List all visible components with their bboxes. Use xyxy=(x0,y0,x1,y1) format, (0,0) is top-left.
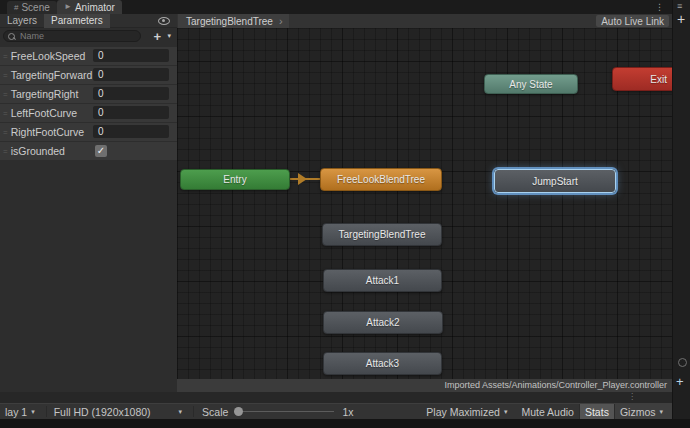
game-view-edge xyxy=(0,419,690,428)
eye-icon[interactable] xyxy=(158,17,170,25)
parameter-name: TargetingRight xyxy=(11,88,79,100)
add-icon[interactable]: + xyxy=(676,374,684,389)
drag-handle-icon[interactable]: = xyxy=(3,90,7,99)
animator-panel-header: Layers Parameters xyxy=(0,14,177,28)
node-entry[interactable]: Entry xyxy=(180,169,290,190)
menu-icon[interactable]: ≡ xyxy=(677,1,682,11)
search-icon xyxy=(8,33,15,40)
add-parameter-button[interactable]: + xyxy=(153,29,161,44)
drag-handle-icon[interactable]: = xyxy=(3,128,7,137)
node-attack3[interactable]: Attack3 xyxy=(323,352,442,375)
parameter-name: RightFootCurve xyxy=(11,126,85,138)
mute-audio-button[interactable]: Mute Audio xyxy=(516,404,579,420)
tab-parameters[interactable]: Parameters xyxy=(44,14,110,28)
parameter-value-field[interactable]: 0 xyxy=(93,49,169,62)
node-jumpstart[interactable]: JumpStart xyxy=(494,169,616,193)
node-attack1[interactable]: Attack1 xyxy=(323,269,442,292)
toolbar-divider xyxy=(193,406,194,417)
state-machine-graph[interactable]: Any State Exit Entry FreeLookBlendTree J… xyxy=(177,28,672,392)
drag-handle-icon[interactable]: = xyxy=(3,71,7,80)
parameter-row[interactable]: = FreeLookSpeed 0 xyxy=(0,47,177,65)
node-freelookblendtree[interactable]: FreeLookBlendTree xyxy=(320,168,442,191)
parameter-value-field[interactable]: 0 xyxy=(93,87,169,100)
tab-scene-label: Scene xyxy=(21,2,49,13)
scene-grid-icon: # xyxy=(14,4,18,12)
parameter-name: FreeLookSpeed xyxy=(11,50,86,62)
info-icon[interactable] xyxy=(678,358,687,367)
scale-label: Scale xyxy=(202,406,228,418)
parameters-panel: + ▾ = FreeLookSpeed 0 = TargetingForward… xyxy=(0,28,177,392)
parameter-row[interactable]: = RightFootCurve 0 xyxy=(0,123,177,141)
window-menu-icon[interactable]: ⋮ xyxy=(655,3,664,12)
parameter-name: LeftFootCurve xyxy=(11,107,78,119)
tab-animator-label: Animator xyxy=(75,2,115,13)
editor-tab-bar: # Scene ► Animator ⋮ xyxy=(0,0,672,14)
search-input[interactable] xyxy=(18,30,136,42)
parameter-value-field[interactable]: 0 xyxy=(93,125,169,138)
drag-handle-icon[interactable]: = xyxy=(3,147,7,156)
node-attack2[interactable]: Attack2 xyxy=(323,311,443,334)
toolbar-divider xyxy=(46,406,47,417)
stats-button[interactable]: Stats xyxy=(579,404,614,420)
scale-slider-knob[interactable] xyxy=(234,407,243,416)
resolution-dropdown-label: Full HD (1920x1080) xyxy=(54,406,151,418)
breadcrumb-label: TargetingBlendTree xyxy=(186,16,273,27)
drag-handle-icon[interactable]: = xyxy=(3,52,7,61)
window-splitter[interactable]: ⋮ xyxy=(0,392,672,403)
play-maximized-label: Play Maximized xyxy=(426,406,500,418)
parameter-value-field[interactable]: 0 xyxy=(93,106,169,119)
tab-animator[interactable]: ► Animator xyxy=(57,0,122,14)
parameter-row[interactable]: = TargetingRight 0 xyxy=(0,85,177,103)
mute-audio-label: Mute Audio xyxy=(521,406,574,418)
gizmos-dropdown[interactable]: Gizmos ▾ xyxy=(614,404,672,420)
scale-value: 1x xyxy=(342,406,353,418)
graph-breadcrumb-bar: TargetingBlendTree › Auto Live Link xyxy=(177,14,672,28)
chevron-down-icon: ▾ xyxy=(659,408,663,416)
transition-arrowhead-icon xyxy=(298,173,307,185)
chevron-down-icon: ▾ xyxy=(504,408,508,416)
breadcrumb[interactable]: TargetingBlendTree › xyxy=(178,14,289,28)
display-dropdown-label: lay 1 xyxy=(5,406,27,418)
breadcrumb-chevron-icon: › xyxy=(279,15,283,27)
auto-live-link-button[interactable]: Auto Live Link xyxy=(596,15,669,27)
display-dropdown[interactable]: lay 1 ▾ xyxy=(0,404,44,420)
splitter-handle-icon[interactable]: ⋮ xyxy=(628,393,636,401)
parameter-checkbox[interactable]: ✓ xyxy=(95,145,107,157)
parameter-name: isGrounded xyxy=(11,145,65,157)
tab-scene[interactable]: # Scene xyxy=(7,1,57,14)
controller-path-status: Imported Assets/Animations/Controller_Pl… xyxy=(177,379,672,392)
game-view-toolbar: lay 1 ▾ Full HD (1920x1080) ▾ Scale 1x P… xyxy=(0,403,672,419)
chevron-down-icon: ▾ xyxy=(179,408,183,416)
play-maximized-dropdown[interactable]: Play Maximized ▾ xyxy=(421,404,516,420)
animator-icon: ► xyxy=(64,3,72,11)
add-parameter-arrow-icon[interactable]: ▾ xyxy=(167,32,171,40)
parameter-value-field[interactable]: 0 xyxy=(93,68,169,81)
node-targetingblendtree[interactable]: TargetingBlendTree xyxy=(322,223,442,246)
search-row: + ▾ xyxy=(0,29,177,44)
parameter-row[interactable]: = TargetingForward 0 xyxy=(0,66,177,84)
chevron-down-icon: ▾ xyxy=(31,408,35,416)
search-field[interactable] xyxy=(3,30,141,42)
drag-handle-icon[interactable]: = xyxy=(3,109,7,118)
right-edge-panel: ≡ + + xyxy=(672,0,690,419)
gizmos-label: Gizmos xyxy=(620,406,656,418)
add-icon[interactable]: + xyxy=(677,11,685,27)
resolution-dropdown[interactable]: Full HD (1920x1080) ▾ xyxy=(49,404,191,420)
parameter-name: TargetingForward xyxy=(11,69,93,81)
tab-layers[interactable]: Layers xyxy=(0,14,44,28)
parameter-row[interactable]: = isGrounded ✓ xyxy=(0,142,177,160)
scale-slider[interactable] xyxy=(234,411,334,412)
stats-label: Stats xyxy=(585,406,609,418)
node-exit[interactable]: Exit xyxy=(612,67,672,91)
parameter-row[interactable]: = LeftFootCurve 0 xyxy=(0,104,177,122)
node-any-state[interactable]: Any State xyxy=(484,74,578,94)
